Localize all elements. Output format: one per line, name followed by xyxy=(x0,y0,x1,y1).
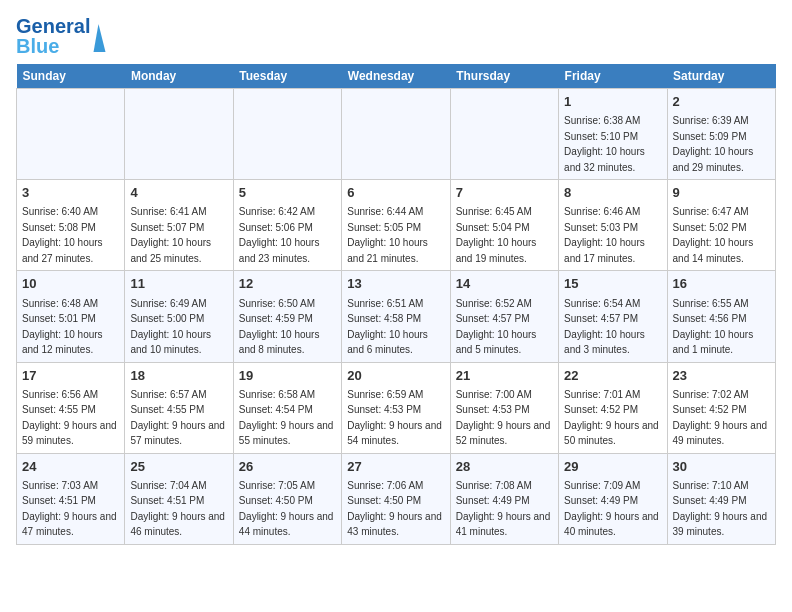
day-info: Sunrise: 6:50 AM Sunset: 4:59 PM Dayligh… xyxy=(239,298,320,356)
day-info: Sunrise: 6:55 AM Sunset: 4:56 PM Dayligh… xyxy=(673,298,754,356)
calendar-cell: 18Sunrise: 6:57 AM Sunset: 4:55 PM Dayli… xyxy=(125,362,233,453)
page-header: General Blue xyxy=(16,16,776,56)
calendar-cell xyxy=(450,89,558,180)
day-number: 20 xyxy=(347,367,444,385)
day-number: 30 xyxy=(673,458,770,476)
day-number: 9 xyxy=(673,184,770,202)
day-number: 27 xyxy=(347,458,444,476)
day-info: Sunrise: 7:02 AM Sunset: 4:52 PM Dayligh… xyxy=(673,389,768,447)
calendar-cell xyxy=(17,89,125,180)
day-info: Sunrise: 6:38 AM Sunset: 5:10 PM Dayligh… xyxy=(564,115,645,173)
day-info: Sunrise: 6:58 AM Sunset: 4:54 PM Dayligh… xyxy=(239,389,334,447)
calendar-table: SundayMondayTuesdayWednesdayThursdayFrid… xyxy=(16,64,776,545)
day-info: Sunrise: 7:03 AM Sunset: 4:51 PM Dayligh… xyxy=(22,480,117,538)
day-number: 22 xyxy=(564,367,661,385)
calendar-cell: 9Sunrise: 6:47 AM Sunset: 5:02 PM Daylig… xyxy=(667,180,775,271)
calendar-cell: 19Sunrise: 6:58 AM Sunset: 4:54 PM Dayli… xyxy=(233,362,341,453)
day-info: Sunrise: 6:56 AM Sunset: 4:55 PM Dayligh… xyxy=(22,389,117,447)
weekday-header: Sunday xyxy=(17,64,125,89)
calendar-cell: 30Sunrise: 7:10 AM Sunset: 4:49 PM Dayli… xyxy=(667,453,775,544)
day-number: 14 xyxy=(456,275,553,293)
calendar-cell: 23Sunrise: 7:02 AM Sunset: 4:52 PM Dayli… xyxy=(667,362,775,453)
weekday-header: Thursday xyxy=(450,64,558,89)
calendar-cell: 26Sunrise: 7:05 AM Sunset: 4:50 PM Dayli… xyxy=(233,453,341,544)
calendar-cell: 11Sunrise: 6:49 AM Sunset: 5:00 PM Dayli… xyxy=(125,271,233,362)
day-info: Sunrise: 7:00 AM Sunset: 4:53 PM Dayligh… xyxy=(456,389,551,447)
logo: General Blue xyxy=(16,16,108,56)
weekday-header: Wednesday xyxy=(342,64,450,89)
day-info: Sunrise: 7:09 AM Sunset: 4:49 PM Dayligh… xyxy=(564,480,659,538)
calendar-cell: 8Sunrise: 6:46 AM Sunset: 5:03 PM Daylig… xyxy=(559,180,667,271)
weekday-header: Friday xyxy=(559,64,667,89)
day-number: 8 xyxy=(564,184,661,202)
calendar-cell: 27Sunrise: 7:06 AM Sunset: 4:50 PM Dayli… xyxy=(342,453,450,544)
day-number: 24 xyxy=(22,458,119,476)
calendar-cell: 5Sunrise: 6:42 AM Sunset: 5:06 PM Daylig… xyxy=(233,180,341,271)
calendar-cell: 16Sunrise: 6:55 AM Sunset: 4:56 PM Dayli… xyxy=(667,271,775,362)
calendar-cell xyxy=(125,89,233,180)
day-info: Sunrise: 6:47 AM Sunset: 5:02 PM Dayligh… xyxy=(673,206,754,264)
day-info: Sunrise: 6:49 AM Sunset: 5:00 PM Dayligh… xyxy=(130,298,211,356)
calendar-cell: 6Sunrise: 6:44 AM Sunset: 5:05 PM Daylig… xyxy=(342,180,450,271)
day-info: Sunrise: 6:51 AM Sunset: 4:58 PM Dayligh… xyxy=(347,298,428,356)
day-number: 5 xyxy=(239,184,336,202)
day-number: 17 xyxy=(22,367,119,385)
weekday-header: Saturday xyxy=(667,64,775,89)
day-number: 26 xyxy=(239,458,336,476)
calendar-cell: 15Sunrise: 6:54 AM Sunset: 4:57 PM Dayli… xyxy=(559,271,667,362)
calendar-cell: 7Sunrise: 6:45 AM Sunset: 5:04 PM Daylig… xyxy=(450,180,558,271)
day-info: Sunrise: 6:41 AM Sunset: 5:07 PM Dayligh… xyxy=(130,206,211,264)
calendar-cell: 28Sunrise: 7:08 AM Sunset: 4:49 PM Dayli… xyxy=(450,453,558,544)
day-number: 4 xyxy=(130,184,227,202)
day-info: Sunrise: 7:10 AM Sunset: 4:49 PM Dayligh… xyxy=(673,480,768,538)
calendar-cell: 3Sunrise: 6:40 AM Sunset: 5:08 PM Daylig… xyxy=(17,180,125,271)
calendar-cell xyxy=(233,89,341,180)
calendar-cell: 14Sunrise: 6:52 AM Sunset: 4:57 PM Dayli… xyxy=(450,271,558,362)
day-number: 6 xyxy=(347,184,444,202)
day-info: Sunrise: 7:06 AM Sunset: 4:50 PM Dayligh… xyxy=(347,480,442,538)
day-info: Sunrise: 7:05 AM Sunset: 4:50 PM Dayligh… xyxy=(239,480,334,538)
calendar-cell xyxy=(342,89,450,180)
day-number: 18 xyxy=(130,367,227,385)
calendar-cell: 17Sunrise: 6:56 AM Sunset: 4:55 PM Dayli… xyxy=(17,362,125,453)
day-number: 12 xyxy=(239,275,336,293)
day-number: 25 xyxy=(130,458,227,476)
day-number: 29 xyxy=(564,458,661,476)
calendar-cell: 1Sunrise: 6:38 AM Sunset: 5:10 PM Daylig… xyxy=(559,89,667,180)
calendar-cell: 12Sunrise: 6:50 AM Sunset: 4:59 PM Dayli… xyxy=(233,271,341,362)
day-number: 13 xyxy=(347,275,444,293)
calendar-cell: 22Sunrise: 7:01 AM Sunset: 4:52 PM Dayli… xyxy=(559,362,667,453)
day-info: Sunrise: 6:40 AM Sunset: 5:08 PM Dayligh… xyxy=(22,206,103,264)
day-info: Sunrise: 6:39 AM Sunset: 5:09 PM Dayligh… xyxy=(673,115,754,173)
day-number: 28 xyxy=(456,458,553,476)
day-number: 16 xyxy=(673,275,770,293)
day-info: Sunrise: 7:01 AM Sunset: 4:52 PM Dayligh… xyxy=(564,389,659,447)
day-info: Sunrise: 6:44 AM Sunset: 5:05 PM Dayligh… xyxy=(347,206,428,264)
calendar-cell: 13Sunrise: 6:51 AM Sunset: 4:58 PM Dayli… xyxy=(342,271,450,362)
calendar-cell: 29Sunrise: 7:09 AM Sunset: 4:49 PM Dayli… xyxy=(559,453,667,544)
day-number: 7 xyxy=(456,184,553,202)
calendar-cell: 20Sunrise: 6:59 AM Sunset: 4:53 PM Dayli… xyxy=(342,362,450,453)
calendar-cell: 21Sunrise: 7:00 AM Sunset: 4:53 PM Dayli… xyxy=(450,362,558,453)
calendar-cell: 10Sunrise: 6:48 AM Sunset: 5:01 PM Dayli… xyxy=(17,271,125,362)
day-number: 19 xyxy=(239,367,336,385)
day-info: Sunrise: 6:48 AM Sunset: 5:01 PM Dayligh… xyxy=(22,298,103,356)
day-number: 2 xyxy=(673,93,770,111)
day-number: 15 xyxy=(564,275,661,293)
day-number: 1 xyxy=(564,93,661,111)
day-number: 21 xyxy=(456,367,553,385)
calendar-cell: 4Sunrise: 6:41 AM Sunset: 5:07 PM Daylig… xyxy=(125,180,233,271)
day-info: Sunrise: 6:54 AM Sunset: 4:57 PM Dayligh… xyxy=(564,298,645,356)
day-number: 11 xyxy=(130,275,227,293)
day-info: Sunrise: 6:46 AM Sunset: 5:03 PM Dayligh… xyxy=(564,206,645,264)
weekday-header: Monday xyxy=(125,64,233,89)
day-info: Sunrise: 6:57 AM Sunset: 4:55 PM Dayligh… xyxy=(130,389,225,447)
day-info: Sunrise: 7:04 AM Sunset: 4:51 PM Dayligh… xyxy=(130,480,225,538)
day-info: Sunrise: 6:42 AM Sunset: 5:06 PM Dayligh… xyxy=(239,206,320,264)
day-info: Sunrise: 6:52 AM Sunset: 4:57 PM Dayligh… xyxy=(456,298,537,356)
day-info: Sunrise: 6:59 AM Sunset: 4:53 PM Dayligh… xyxy=(347,389,442,447)
calendar-cell: 25Sunrise: 7:04 AM Sunset: 4:51 PM Dayli… xyxy=(125,453,233,544)
calendar-cell: 24Sunrise: 7:03 AM Sunset: 4:51 PM Dayli… xyxy=(17,453,125,544)
weekday-header: Tuesday xyxy=(233,64,341,89)
day-info: Sunrise: 7:08 AM Sunset: 4:49 PM Dayligh… xyxy=(456,480,551,538)
